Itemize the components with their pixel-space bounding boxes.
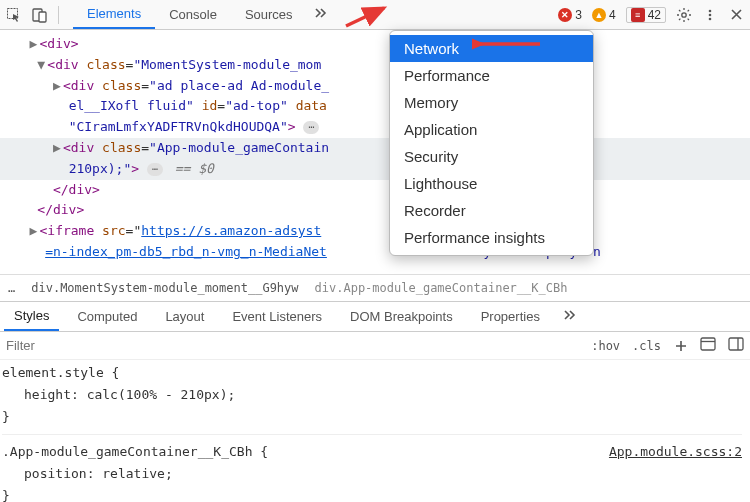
svg-point-3 xyxy=(682,12,686,16)
issues-icon: ≡ xyxy=(631,8,645,22)
tab-computed[interactable]: Computed xyxy=(67,302,147,331)
svg-point-6 xyxy=(709,17,712,20)
dom-breadcrumb[interactable]: … div.MomentSystem-module_moment__G9hyw … xyxy=(0,274,750,302)
breadcrumb-segment[interactable]: div.MomentSystem-module_moment__G9hyw xyxy=(31,281,298,295)
tab-elements[interactable]: Elements xyxy=(73,0,155,29)
tab-sources[interactable]: Sources xyxy=(231,0,307,29)
styles-filter-input[interactable] xyxy=(6,338,96,353)
svg-point-5 xyxy=(709,13,712,16)
error-count: 3 xyxy=(575,8,582,22)
more-panels-icon[interactable] xyxy=(307,6,333,23)
tab-event-listeners[interactable]: Event Listeners xyxy=(222,302,332,331)
styles-rules-panel[interactable]: element.style { height: calc(100% - 210p… xyxy=(0,360,750,502)
more-styles-tabs-icon[interactable] xyxy=(562,308,576,325)
svg-rect-11 xyxy=(729,338,743,350)
tab-styles[interactable]: Styles xyxy=(4,302,59,331)
warning-count-badge[interactable]: ▲ 4 xyxy=(592,8,616,22)
collapsed-ellipsis-icon[interactable]: ⋯ xyxy=(147,163,163,176)
cls-toggle[interactable]: .cls xyxy=(632,339,661,353)
dropdown-item-network[interactable]: Network xyxy=(390,35,593,62)
css-selector[interactable]: element.style { xyxy=(2,365,119,380)
more-panels-dropdown: Network Performance Memory Application S… xyxy=(389,30,594,256)
dropdown-item-lighthouse[interactable]: Lighthouse xyxy=(390,170,593,197)
css-property-value[interactable]: relative xyxy=(102,466,165,481)
toggle-sidebar-icon[interactable] xyxy=(728,337,744,354)
css-property-name[interactable]: height xyxy=(24,387,71,402)
inspect-element-icon[interactable] xyxy=(6,7,22,23)
dropdown-item-performance-insights[interactable]: Performance insights xyxy=(390,224,593,251)
collapsed-ellipsis-icon[interactable]: ⋯ xyxy=(303,121,319,134)
css-source-link[interactable]: App.module.scss:2 xyxy=(609,441,742,463)
selected-node-indicator: == $0 xyxy=(167,161,214,176)
css-selector[interactable]: .App-module_gameContainer__K_CBh { xyxy=(2,444,268,459)
breadcrumb-more-icon[interactable]: … xyxy=(8,281,15,295)
warning-icon: ▲ xyxy=(592,8,606,22)
svg-rect-9 xyxy=(701,338,715,350)
computed-panel-icon[interactable] xyxy=(700,337,716,354)
new-style-rule-icon[interactable] xyxy=(673,338,688,353)
dropdown-item-recorder[interactable]: Recorder xyxy=(390,197,593,224)
tab-console[interactable]: Console xyxy=(155,0,231,29)
styles-tab-strip: Styles Computed Layout Event Listeners D… xyxy=(0,302,750,332)
device-toolbar-icon[interactable] xyxy=(32,7,48,23)
error-count-badge[interactable]: ✕ 3 xyxy=(558,8,582,22)
warning-count: 4 xyxy=(609,8,616,22)
css-property-name[interactable]: position xyxy=(24,466,87,481)
dom-selected-node[interactable]: ▶<div class="App-module_gameContain t: c… xyxy=(0,138,750,159)
tab-dom-breakpoints[interactable]: DOM Breakpoints xyxy=(340,302,463,331)
dom-tree[interactable]: ▶<div> ▼<div class="MomentSystem-module_… xyxy=(0,30,750,274)
dropdown-item-performance[interactable]: Performance xyxy=(390,62,593,89)
issues-count-badge[interactable]: ≡ 42 xyxy=(626,7,666,23)
dropdown-item-memory[interactable]: Memory xyxy=(390,89,593,116)
kebab-menu-icon[interactable] xyxy=(702,7,718,23)
error-icon: ✕ xyxy=(558,8,572,22)
svg-rect-2 xyxy=(39,12,46,22)
css-rule-close: } xyxy=(2,488,10,502)
breadcrumb-segment[interactable]: div.App-module_gameContainer__K_CBh xyxy=(315,281,568,295)
settings-gear-icon[interactable] xyxy=(676,7,692,23)
hov-toggle[interactable]: :hov xyxy=(591,339,620,353)
issues-count: 42 xyxy=(648,8,661,22)
devtools-toolbar: Elements Console Sources ✕ 3 ▲ 4 ≡ 42 xyxy=(0,0,750,30)
styles-filter-row: :hov .cls xyxy=(0,332,750,360)
css-property-value[interactable]: calc(100% - 210px) xyxy=(87,387,228,402)
css-rule-close: } xyxy=(2,409,10,424)
dropdown-item-application[interactable]: Application xyxy=(390,116,593,143)
tab-properties[interactable]: Properties xyxy=(471,302,550,331)
svg-point-4 xyxy=(709,9,712,12)
close-icon[interactable] xyxy=(728,7,744,23)
tab-layout[interactable]: Layout xyxy=(155,302,214,331)
dropdown-item-security[interactable]: Security xyxy=(390,143,593,170)
